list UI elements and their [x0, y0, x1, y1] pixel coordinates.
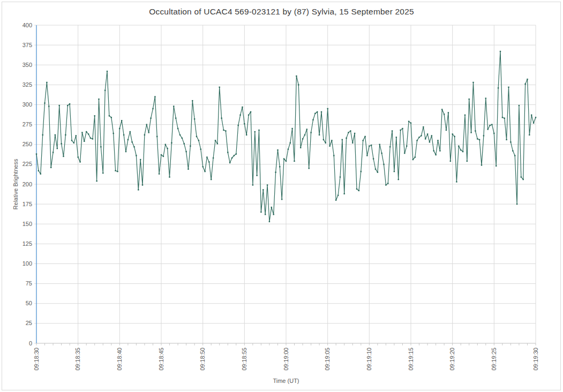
data-point-marker — [333, 155, 334, 156]
data-point-marker — [491, 124, 492, 125]
data-point-marker — [252, 184, 253, 185]
y-tick-label: 0 — [29, 340, 32, 346]
data-point-marker — [496, 165, 497, 167]
data-point-marker — [173, 105, 174, 107]
data-point-marker — [69, 103, 70, 104]
data-point-marker — [265, 214, 266, 215]
data-point-marker — [354, 133, 355, 134]
data-point-marker — [321, 111, 322, 112]
data-point-marker — [521, 176, 522, 177]
data-point-marker — [327, 108, 328, 109]
data-point-marker — [277, 149, 278, 150]
data-point-marker — [462, 151, 463, 152]
x-axis-title: Time (UT) — [0, 378, 563, 384]
data-point-marker — [148, 132, 149, 133]
data-point-marker — [410, 123, 411, 124]
data-point-marker — [350, 130, 351, 131]
data-point-marker — [38, 170, 39, 171]
data-point-marker — [40, 174, 41, 175]
data-point-marker — [398, 179, 399, 180]
data-point-marker — [460, 149, 461, 150]
data-point-marker — [340, 176, 341, 177]
data-point-marker — [65, 134, 66, 135]
data-point-marker — [389, 146, 391, 147]
data-point-marker — [323, 139, 324, 140]
y-tick-label: 75 — [26, 280, 32, 287]
data-point-marker — [298, 84, 299, 85]
data-point-marker — [163, 156, 164, 157]
data-point-marker — [271, 207, 272, 208]
data-point-marker — [273, 214, 274, 215]
x-tick-label: 09:19:00 — [283, 348, 289, 371]
data-point-marker — [344, 193, 345, 194]
data-point-marker — [227, 152, 228, 153]
data-point-marker — [433, 150, 434, 151]
data-point-marker — [290, 142, 291, 144]
y-tick-label: 400 — [22, 22, 32, 28]
data-point-marker — [329, 146, 330, 147]
data-point-marker — [387, 183, 388, 184]
y-axis-title: Relative Brightness — [12, 149, 19, 219]
data-point-marker — [121, 120, 122, 121]
data-point-marker — [113, 133, 114, 134]
data-point-marker — [86, 131, 87, 132]
data-point-marker — [458, 146, 459, 147]
data-point-marker — [48, 105, 49, 107]
x-tick-label: 09:18:35 — [74, 348, 81, 371]
data-point-marker — [288, 149, 289, 150]
data-point-marker — [489, 125, 490, 126]
data-point-marker — [408, 121, 409, 122]
plot-area: 0255075100125150175200225250275300325350… — [0, 0, 563, 392]
data-point-marker — [146, 124, 147, 125]
data-point-marker — [219, 87, 220, 88]
data-point-marker — [102, 172, 103, 174]
data-point-marker — [312, 119, 313, 120]
data-point-marker — [190, 146, 191, 147]
data-point-marker — [98, 99, 99, 100]
data-point-marker — [202, 166, 204, 167]
data-point-marker — [331, 140, 332, 141]
data-point-marker — [215, 140, 216, 141]
data-point-marker — [169, 176, 170, 177]
data-point-marker — [404, 153, 405, 154]
data-point-marker — [94, 115, 95, 116]
data-point-marker — [244, 123, 245, 124]
data-point-marker — [144, 134, 145, 135]
data-point-marker — [464, 115, 466, 116]
data-point-marker — [456, 181, 457, 182]
y-tick-label: 325 — [22, 81, 32, 88]
data-point-marker — [262, 189, 264, 190]
data-point-marker — [469, 99, 470, 100]
data-point-marker — [392, 130, 393, 131]
y-tick-label: 350 — [22, 62, 32, 68]
data-point-marker — [165, 144, 166, 145]
data-point-marker — [412, 159, 414, 160]
data-point-marker — [142, 184, 143, 185]
data-point-marker — [76, 135, 77, 136]
y-tick-label: 100 — [22, 260, 32, 267]
data-point-marker — [171, 142, 172, 144]
data-point-marker — [192, 100, 193, 101]
data-point-marker — [348, 132, 349, 133]
data-point-marker — [446, 130, 447, 131]
data-point-marker — [63, 156, 64, 157]
data-point-marker — [481, 164, 482, 165]
data-point-marker — [238, 125, 239, 126]
data-point-marker — [36, 153, 37, 154]
data-point-marker — [325, 142, 326, 144]
data-point-marker — [79, 161, 80, 162]
data-point-marker — [479, 139, 480, 140]
x-tick-label: 09:19:10 — [366, 348, 372, 371]
data-point-marker — [111, 117, 112, 118]
data-point-marker — [200, 149, 201, 150]
data-point-marker — [516, 203, 517, 205]
data-point-marker — [109, 115, 110, 116]
data-point-marker — [81, 132, 82, 133]
data-point-marker — [450, 161, 451, 162]
data-point-marker — [225, 130, 226, 131]
data-point-marker — [196, 136, 197, 137]
data-point-marker — [402, 128, 403, 129]
data-point-marker — [96, 180, 97, 182]
data-point-marker — [319, 134, 320, 135]
data-point-marker — [184, 143, 185, 144]
